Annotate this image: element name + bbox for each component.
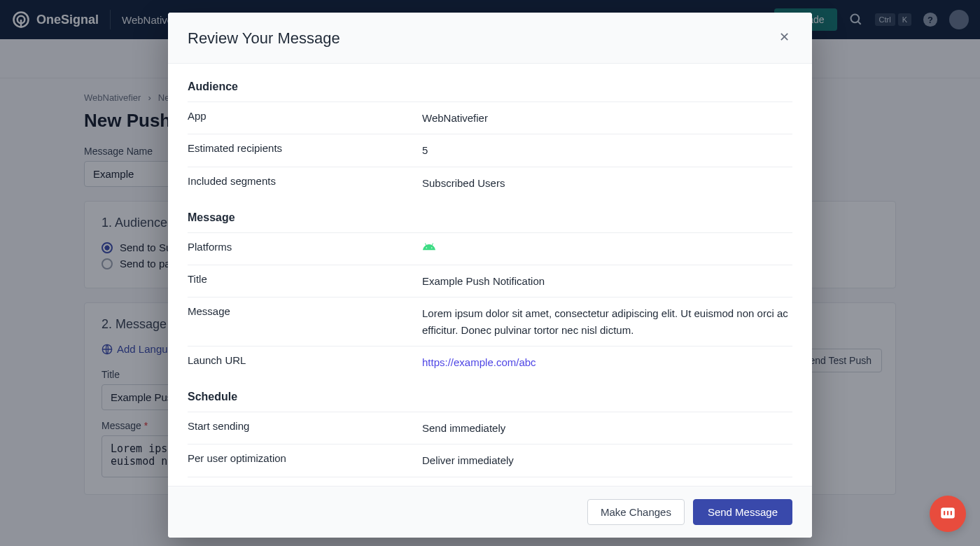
android-icon <box>422 241 436 257</box>
platforms-value <box>422 241 436 257</box>
send-message-button[interactable]: Send Message <box>693 499 792 525</box>
kv-row-message-body: Message Lorem ipsum dolor sit amet, cons… <box>188 297 792 346</box>
kv-row-optimization: Per user optimization Deliver immediatel… <box>188 444 792 477</box>
svg-rect-9 <box>944 511 945 516</box>
svg-rect-11 <box>951 511 952 516</box>
audience-section-heading: Audience <box>188 80 792 93</box>
dialog-title: Review Your Message <box>188 29 340 48</box>
kv-row-app: App WebNativefier <box>188 102 792 134</box>
kv-row-title: Title Example Push Notification <box>188 265 792 297</box>
launch-url-link[interactable]: https://example.com/abc <box>422 356 536 368</box>
dialog-footer: Make Changes Send Message <box>168 486 812 538</box>
dialog-body: Audience App WebNativefier Estimated rec… <box>168 64 812 486</box>
chat-icon <box>939 505 957 523</box>
close-icon[interactable]: ✕ <box>776 29 792 45</box>
message-section-heading: Message <box>188 211 792 224</box>
kv-row-recipients: Estimated recipients 5 <box>188 134 792 166</box>
make-changes-button[interactable]: Make Changes <box>587 499 685 525</box>
kv-row-segments: Included segments Subscribed Users <box>188 167 792 199</box>
kv-row-platforms: Platforms <box>188 232 792 265</box>
schedule-section-heading: Schedule <box>188 391 792 403</box>
kv-row-start-sending: Start sending Send immediately <box>188 412 792 444</box>
intercom-chat-button[interactable] <box>930 496 966 532</box>
svg-rect-10 <box>947 511 948 516</box>
review-message-dialog: Review Your Message ✕ Audience App WebNa… <box>168 13 812 538</box>
kv-row-launch-url: Launch URL https://example.com/abc <box>188 346 792 378</box>
dialog-header: Review Your Message ✕ <box>168 13 812 64</box>
